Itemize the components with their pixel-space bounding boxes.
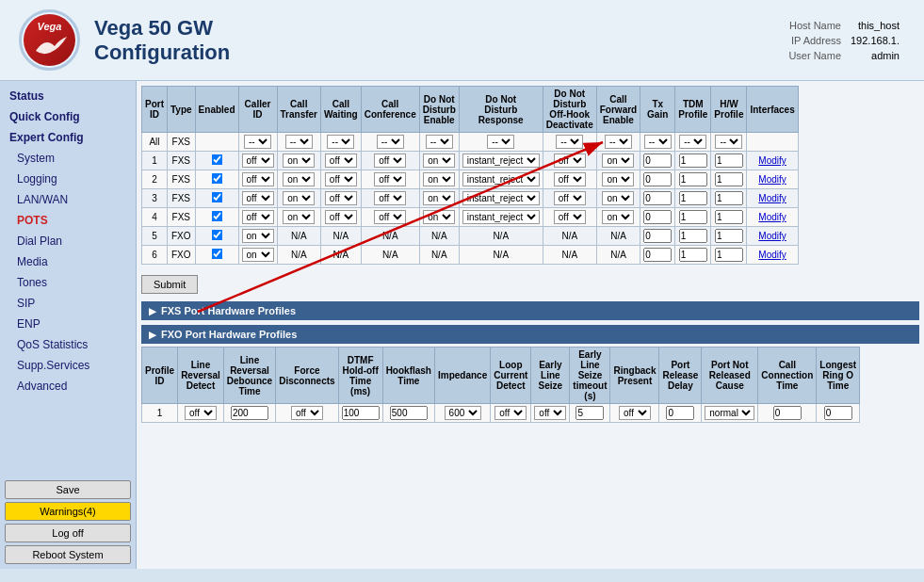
port-enabled-checkbox[interactable] [211, 230, 222, 241]
tdm-cell-input[interactable] [679, 172, 707, 186]
dnd-deact-cell-select[interactable]: offon [554, 154, 586, 168]
save-button[interactable]: Save [5, 480, 131, 499]
cf-cell-select[interactable]: offon [602, 154, 634, 168]
tdm-cell-input[interactable] [679, 210, 707, 224]
sidebar-item-tones[interactable]: Tones [0, 272, 136, 293]
caller-id-cell-select[interactable]: -- [244, 135, 271, 149]
fxo-dtmf-input[interactable] [342, 406, 380, 420]
sidebar-item-lanwan[interactable]: LAN/WAN [0, 189, 136, 210]
waiting-cell-select[interactable]: offon [325, 154, 357, 168]
transfer-cell-select[interactable]: offon [283, 172, 315, 186]
fxo-hookflash-input[interactable] [390, 406, 428, 420]
fxo-section-header[interactable]: ▶ FXO Port Hardware Profiles [141, 325, 919, 344]
hw-cell-input[interactable] [715, 172, 743, 186]
caller-id-cell-select[interactable]: offon [242, 191, 274, 205]
tx-cell-select[interactable]: -- [644, 135, 672, 149]
sidebar-item-pots[interactable]: POTS [0, 210, 136, 231]
fxo-release-input[interactable] [666, 406, 694, 420]
fxo-not-released-select[interactable]: normal [705, 406, 754, 420]
tx-cell-input[interactable] [643, 210, 672, 224]
fxo-timeout-input[interactable] [575, 406, 604, 420]
logoff-button[interactable]: Log off [5, 524, 131, 542]
conference-cell-select[interactable]: offon [374, 191, 406, 205]
caller-id-cell-select[interactable]: offon [242, 248, 274, 262]
reboot-button[interactable]: Reboot System [5, 545, 131, 564]
fxo-connection-input[interactable] [773, 406, 802, 420]
sidebar-item-system[interactable]: System [0, 148, 136, 169]
port-enabled-checkbox[interactable] [211, 173, 222, 185]
sidebar-item-quick-config[interactable]: Quick Config [0, 106, 136, 127]
dnd-cell-select[interactable]: offon [423, 154, 455, 168]
sidebar-item-logging[interactable]: Logging [0, 169, 136, 189]
fxo-ring-input[interactable] [824, 406, 852, 420]
dnd-response-cell-select[interactable]: -- [487, 135, 514, 149]
sidebar-item-media[interactable]: Media [0, 251, 136, 272]
tdm-cell-select[interactable]: -- [679, 135, 706, 149]
dnd-deact-cell-select[interactable]: offon [554, 210, 586, 224]
fxo-loop-select[interactable]: offon [494, 406, 527, 420]
waiting-cell-select[interactable]: offon [325, 172, 357, 186]
tx-cell-input[interactable] [643, 172, 672, 186]
transfer-cell-select[interactable]: offon [283, 154, 315, 168]
dnd-response-cell-select[interactable]: instant_rejectbusyunavailable [462, 210, 540, 224]
sidebar-item-advanced[interactable]: Advanced [0, 376, 136, 396]
sidebar-item-supp[interactable]: Supp.Services [0, 355, 136, 376]
port-enabled-checkbox[interactable] [211, 211, 222, 222]
submit-button[interactable]: Submit [141, 275, 198, 294]
waiting-cell-select[interactable]: -- [327, 135, 354, 149]
tdm-cell-input[interactable] [679, 154, 707, 168]
conference-cell-select[interactable]: offon [374, 210, 406, 224]
sidebar-item-status[interactable]: Status [0, 86, 136, 106]
dnd-response-cell-select[interactable]: instant_rejectbusyunavailable [462, 172, 540, 186]
hw-cell-input[interactable] [715, 210, 743, 224]
dnd-deact-cell-select[interactable]: -- [556, 135, 583, 149]
fxo-debounce-input[interactable] [231, 406, 268, 420]
fxo-force-select[interactable]: offon [291, 406, 323, 420]
sidebar-item-expert-config[interactable]: Expert Config [0, 127, 136, 148]
sidebar-item-qos[interactable]: QoS Statistics [0, 334, 136, 355]
sidebar-item-enp[interactable]: ENP [0, 314, 136, 334]
sidebar-item-sip[interactable]: SIP [0, 293, 136, 314]
tx-cell-input[interactable] [643, 154, 672, 168]
hw-cell-input[interactable] [715, 229, 743, 243]
hw-cell-input[interactable] [715, 154, 743, 168]
port-enabled-checkbox[interactable] [211, 249, 222, 260]
dnd-cell-select[interactable]: -- [426, 135, 453, 149]
modify-link[interactable]: Modify [758, 155, 786, 166]
cf-cell-select[interactable]: offon [602, 210, 634, 224]
port-enabled-checkbox[interactable] [211, 192, 222, 203]
caller-id-cell-select[interactable]: offon [242, 154, 274, 168]
hw-cell-select[interactable]: -- [715, 135, 742, 149]
port-enabled-checkbox[interactable] [211, 154, 222, 166]
dnd-deact-cell-select[interactable]: offon [554, 191, 586, 205]
transfer-cell-select[interactable]: offon [283, 191, 315, 205]
dnd-cell-select[interactable]: offon [423, 210, 455, 224]
conference-cell-select[interactable]: offon [374, 172, 406, 186]
dnd-response-cell-select[interactable]: instant_rejectbusyunavailable [462, 154, 540, 168]
transfer-cell-select[interactable]: -- [285, 135, 313, 149]
modify-link[interactable]: Modify [758, 212, 786, 222]
caller-id-cell-select[interactable]: offon [242, 229, 274, 243]
fxo-line-reversal-select[interactable]: offon [185, 406, 217, 420]
modify-link[interactable]: Modify [758, 250, 786, 260]
cf-cell-select[interactable]: offon [602, 191, 634, 205]
caller-id-cell-select[interactable]: offon [242, 210, 274, 224]
dnd-response-cell-select[interactable]: instant_rejectbusyunavailable [462, 191, 540, 205]
hw-cell-input[interactable] [715, 248, 743, 262]
tdm-cell-input[interactable] [679, 229, 707, 243]
caller-id-cell-select[interactable]: offon [242, 172, 274, 186]
tdm-cell-input[interactable] [679, 191, 707, 205]
fxo-impedance-select[interactable]: 600 [445, 406, 481, 420]
modify-link[interactable]: Modify [758, 174, 786, 185]
tx-cell-input[interactable] [643, 191, 672, 205]
fxo-ringback-select[interactable]: offon [619, 406, 651, 420]
fxo-early-seize-select[interactable]: offon [534, 406, 566, 420]
waiting-cell-select[interactable]: offon [325, 210, 357, 224]
tx-cell-input[interactable] [643, 248, 672, 262]
modify-link[interactable]: Modify [758, 193, 786, 203]
sidebar-item-dial-plan[interactable]: Dial Plan [0, 231, 136, 251]
transfer-cell-select[interactable]: offon [283, 210, 315, 224]
waiting-cell-select[interactable]: offon [325, 191, 357, 205]
hw-cell-input[interactable] [715, 191, 743, 205]
dnd-cell-select[interactable]: offon [423, 191, 455, 205]
